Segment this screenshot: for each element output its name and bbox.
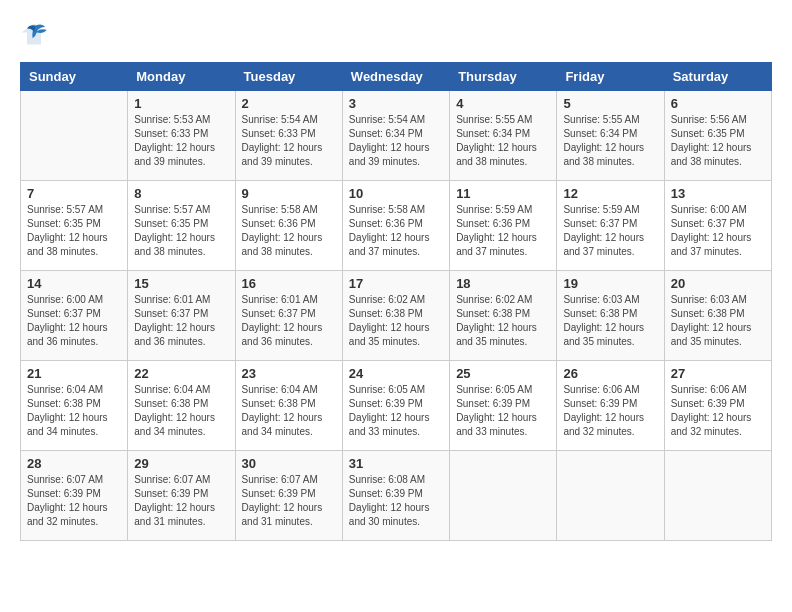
calendar-cell [21, 91, 128, 181]
calendar-cell: 14Sunrise: 6:00 AM Sunset: 6:37 PM Dayli… [21, 271, 128, 361]
day-info: Sunrise: 5:59 AM Sunset: 6:37 PM Dayligh… [563, 203, 657, 259]
calendar-cell: 16Sunrise: 6:01 AM Sunset: 6:37 PM Dayli… [235, 271, 342, 361]
calendar-cell: 20Sunrise: 6:03 AM Sunset: 6:38 PM Dayli… [664, 271, 771, 361]
day-number: 10 [349, 186, 443, 201]
calendar-cell: 29Sunrise: 6:07 AM Sunset: 6:39 PM Dayli… [128, 451, 235, 541]
calendar-cell: 21Sunrise: 6:04 AM Sunset: 6:38 PM Dayli… [21, 361, 128, 451]
calendar-week-row: 28Sunrise: 6:07 AM Sunset: 6:39 PM Dayli… [21, 451, 772, 541]
day-info: Sunrise: 5:54 AM Sunset: 6:33 PM Dayligh… [242, 113, 336, 169]
calendar-cell: 3Sunrise: 5:54 AM Sunset: 6:34 PM Daylig… [342, 91, 449, 181]
day-info: Sunrise: 5:58 AM Sunset: 6:36 PM Dayligh… [349, 203, 443, 259]
day-header-friday: Friday [557, 63, 664, 91]
day-info: Sunrise: 6:05 AM Sunset: 6:39 PM Dayligh… [349, 383, 443, 439]
day-info: Sunrise: 5:55 AM Sunset: 6:34 PM Dayligh… [456, 113, 550, 169]
day-number: 18 [456, 276, 550, 291]
calendar-cell: 15Sunrise: 6:01 AM Sunset: 6:37 PM Dayli… [128, 271, 235, 361]
day-number: 1 [134, 96, 228, 111]
day-number: 4 [456, 96, 550, 111]
logo [20, 20, 52, 52]
day-number: 21 [27, 366, 121, 381]
calendar-cell: 6Sunrise: 5:56 AM Sunset: 6:35 PM Daylig… [664, 91, 771, 181]
day-info: Sunrise: 5:56 AM Sunset: 6:35 PM Dayligh… [671, 113, 765, 169]
day-number: 15 [134, 276, 228, 291]
calendar-cell: 19Sunrise: 6:03 AM Sunset: 6:38 PM Dayli… [557, 271, 664, 361]
day-info: Sunrise: 6:05 AM Sunset: 6:39 PM Dayligh… [456, 383, 550, 439]
day-number: 13 [671, 186, 765, 201]
calendar-cell: 2Sunrise: 5:54 AM Sunset: 6:33 PM Daylig… [235, 91, 342, 181]
day-header-monday: Monday [128, 63, 235, 91]
calendar-week-row: 14Sunrise: 6:00 AM Sunset: 6:37 PM Dayli… [21, 271, 772, 361]
day-info: Sunrise: 5:58 AM Sunset: 6:36 PM Dayligh… [242, 203, 336, 259]
day-info: Sunrise: 6:08 AM Sunset: 6:39 PM Dayligh… [349, 473, 443, 529]
day-header-wednesday: Wednesday [342, 63, 449, 91]
day-info: Sunrise: 6:07 AM Sunset: 6:39 PM Dayligh… [242, 473, 336, 529]
calendar-week-row: 21Sunrise: 6:04 AM Sunset: 6:38 PM Dayli… [21, 361, 772, 451]
day-info: Sunrise: 5:57 AM Sunset: 6:35 PM Dayligh… [134, 203, 228, 259]
calendar-cell: 4Sunrise: 5:55 AM Sunset: 6:34 PM Daylig… [450, 91, 557, 181]
day-number: 20 [671, 276, 765, 291]
day-number: 28 [27, 456, 121, 471]
day-number: 7 [27, 186, 121, 201]
day-number: 6 [671, 96, 765, 111]
day-number: 12 [563, 186, 657, 201]
day-number: 22 [134, 366, 228, 381]
calendar-cell: 12Sunrise: 5:59 AM Sunset: 6:37 PM Dayli… [557, 181, 664, 271]
day-info: Sunrise: 6:07 AM Sunset: 6:39 PM Dayligh… [134, 473, 228, 529]
day-number: 3 [349, 96, 443, 111]
day-number: 2 [242, 96, 336, 111]
calendar-cell: 9Sunrise: 5:58 AM Sunset: 6:36 PM Daylig… [235, 181, 342, 271]
day-header-thursday: Thursday [450, 63, 557, 91]
day-number: 9 [242, 186, 336, 201]
day-number: 27 [671, 366, 765, 381]
day-number: 17 [349, 276, 443, 291]
calendar-table: SundayMondayTuesdayWednesdayThursdayFrid… [20, 62, 772, 541]
day-number: 8 [134, 186, 228, 201]
calendar-cell: 18Sunrise: 6:02 AM Sunset: 6:38 PM Dayli… [450, 271, 557, 361]
day-number: 25 [456, 366, 550, 381]
day-number: 14 [27, 276, 121, 291]
day-info: Sunrise: 6:01 AM Sunset: 6:37 PM Dayligh… [134, 293, 228, 349]
calendar-cell: 8Sunrise: 5:57 AM Sunset: 6:35 PM Daylig… [128, 181, 235, 271]
day-number: 24 [349, 366, 443, 381]
calendar-cell [450, 451, 557, 541]
day-info: Sunrise: 6:06 AM Sunset: 6:39 PM Dayligh… [563, 383, 657, 439]
calendar-cell: 24Sunrise: 6:05 AM Sunset: 6:39 PM Dayli… [342, 361, 449, 451]
calendar-cell: 27Sunrise: 6:06 AM Sunset: 6:39 PM Dayli… [664, 361, 771, 451]
day-info: Sunrise: 6:07 AM Sunset: 6:39 PM Dayligh… [27, 473, 121, 529]
calendar-body: 1Sunrise: 5:53 AM Sunset: 6:33 PM Daylig… [21, 91, 772, 541]
day-info: Sunrise: 6:03 AM Sunset: 6:38 PM Dayligh… [671, 293, 765, 349]
day-info: Sunrise: 5:55 AM Sunset: 6:34 PM Dayligh… [563, 113, 657, 169]
day-info: Sunrise: 6:04 AM Sunset: 6:38 PM Dayligh… [27, 383, 121, 439]
calendar-cell [664, 451, 771, 541]
calendar-cell: 30Sunrise: 6:07 AM Sunset: 6:39 PM Dayli… [235, 451, 342, 541]
day-header-sunday: Sunday [21, 63, 128, 91]
logo-icon [20, 20, 48, 48]
day-info: Sunrise: 6:03 AM Sunset: 6:38 PM Dayligh… [563, 293, 657, 349]
day-number: 16 [242, 276, 336, 291]
calendar-cell [557, 451, 664, 541]
day-info: Sunrise: 6:02 AM Sunset: 6:38 PM Dayligh… [456, 293, 550, 349]
page-header [20, 20, 772, 52]
day-header-saturday: Saturday [664, 63, 771, 91]
calendar-header-row: SundayMondayTuesdayWednesdayThursdayFrid… [21, 63, 772, 91]
day-info: Sunrise: 6:01 AM Sunset: 6:37 PM Dayligh… [242, 293, 336, 349]
day-info: Sunrise: 5:54 AM Sunset: 6:34 PM Dayligh… [349, 113, 443, 169]
day-info: Sunrise: 6:06 AM Sunset: 6:39 PM Dayligh… [671, 383, 765, 439]
day-info: Sunrise: 6:04 AM Sunset: 6:38 PM Dayligh… [242, 383, 336, 439]
calendar-cell: 7Sunrise: 5:57 AM Sunset: 6:35 PM Daylig… [21, 181, 128, 271]
day-info: Sunrise: 6:04 AM Sunset: 6:38 PM Dayligh… [134, 383, 228, 439]
day-number: 30 [242, 456, 336, 471]
calendar-cell: 10Sunrise: 5:58 AM Sunset: 6:36 PM Dayli… [342, 181, 449, 271]
calendar-cell: 22Sunrise: 6:04 AM Sunset: 6:38 PM Dayli… [128, 361, 235, 451]
day-number: 5 [563, 96, 657, 111]
day-info: Sunrise: 6:00 AM Sunset: 6:37 PM Dayligh… [27, 293, 121, 349]
calendar-cell: 1Sunrise: 5:53 AM Sunset: 6:33 PM Daylig… [128, 91, 235, 181]
day-number: 11 [456, 186, 550, 201]
day-info: Sunrise: 5:57 AM Sunset: 6:35 PM Dayligh… [27, 203, 121, 259]
day-info: Sunrise: 6:02 AM Sunset: 6:38 PM Dayligh… [349, 293, 443, 349]
calendar-week-row: 7Sunrise: 5:57 AM Sunset: 6:35 PM Daylig… [21, 181, 772, 271]
calendar-cell: 23Sunrise: 6:04 AM Sunset: 6:38 PM Dayli… [235, 361, 342, 451]
calendar-week-row: 1Sunrise: 5:53 AM Sunset: 6:33 PM Daylig… [21, 91, 772, 181]
day-info: Sunrise: 5:59 AM Sunset: 6:36 PM Dayligh… [456, 203, 550, 259]
day-number: 23 [242, 366, 336, 381]
